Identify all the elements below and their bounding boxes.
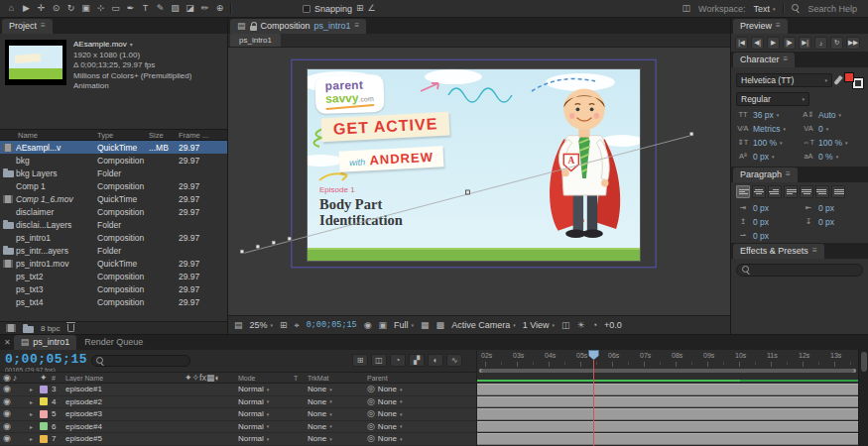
timeline-layer-row[interactable]: ▸4episode#2NormalNoneNone bbox=[0, 396, 476, 409]
exposure-value[interactable]: +0.0 bbox=[604, 320, 622, 330]
panel-menu-icon[interactable] bbox=[784, 56, 789, 63]
tab-paragraph[interactable]: Paragraph bbox=[733, 167, 798, 182]
layer-mode-select[interactable]: Normal bbox=[238, 422, 294, 431]
indent-left-value[interactable]: 0 px bbox=[753, 203, 769, 213]
camera-select[interactable]: Active Camera bbox=[451, 320, 516, 330]
frame-blend-button[interactable]: ▞ bbox=[409, 354, 425, 367]
justify-all-button[interactable] bbox=[831, 185, 845, 198]
tab-composition[interactable]: Composition ps_intro1 bbox=[230, 19, 366, 34]
column-parent[interactable]: Parent bbox=[367, 375, 476, 382]
column-trkmat[interactable]: TrkMat bbox=[308, 375, 367, 382]
layer-av-toggles[interactable] bbox=[0, 385, 30, 393]
panel-menu-icon[interactable] bbox=[41, 22, 46, 30]
puppet-pin-tool[interactable] bbox=[213, 4, 226, 13]
eyedropper-icon[interactable] bbox=[833, 75, 842, 85]
layer-mode-select[interactable]: Normal bbox=[238, 385, 294, 393]
panel-menu-icon[interactable] bbox=[786, 170, 791, 178]
pickwhip-icon[interactable] bbox=[367, 422, 375, 431]
motion-blur-button[interactable]: ◐ bbox=[428, 354, 443, 367]
layer-label-chip[interactable] bbox=[40, 410, 52, 418]
grid-guides-icon[interactable] bbox=[280, 321, 288, 330]
layer-parent-select[interactable]: None bbox=[367, 434, 476, 443]
workspace-select[interactable]: Text bbox=[753, 4, 775, 14]
resolution-select[interactable]: Full bbox=[394, 320, 414, 330]
tab-effects-presets[interactable]: Effects & Presets bbox=[733, 244, 824, 259]
help-search-input[interactable]: Search Help bbox=[807, 4, 857, 14]
column-size[interactable]: Size bbox=[149, 131, 179, 140]
layer-expand-arrow[interactable]: ▸ bbox=[30, 435, 40, 442]
layer-av-toggles[interactable] bbox=[0, 409, 30, 418]
pixel-aspect-icon[interactable] bbox=[561, 321, 570, 330]
timeline-track-area[interactable]: 02s03s04s05s06s07s08s09s10s11s12s13s bbox=[476, 350, 858, 446]
selection-tool[interactable] bbox=[20, 4, 33, 13]
ram-preview-button[interactable]: ▶▶ bbox=[846, 37, 860, 50]
magnification-select[interactable]: 25% bbox=[250, 320, 274, 330]
column-layer-name[interactable]: Layer Name bbox=[65, 375, 185, 382]
project-row[interactable]: disclaimerComposition29.97 bbox=[0, 205, 227, 218]
layer-trkmat-select[interactable]: None bbox=[308, 434, 367, 443]
timeline-search-input[interactable] bbox=[91, 355, 190, 367]
column-mode[interactable]: Mode bbox=[238, 375, 294, 382]
layer-label-chip[interactable] bbox=[40, 386, 52, 393]
snapping-checkbox[interactable] bbox=[303, 5, 310, 13]
shape-tool[interactable] bbox=[109, 4, 122, 13]
timeline-layer-row[interactable]: ▸5episode#3NormalNoneNone bbox=[0, 408, 476, 421]
justify-last-center-button[interactable] bbox=[800, 185, 813, 198]
panel-menu-icon[interactable] bbox=[355, 22, 360, 30]
layer-trkmat-select[interactable]: None bbox=[308, 422, 367, 431]
comp-mini-flowchart-button[interactable]: ⊞ bbox=[352, 354, 368, 367]
loop-button[interactable]: ↻ bbox=[830, 37, 843, 50]
layer-av-toggles[interactable] bbox=[0, 434, 30, 443]
hand-tool[interactable] bbox=[35, 4, 48, 13]
graph-editor-button[interactable]: ∿ bbox=[446, 354, 462, 367]
tab-character[interactable]: Character bbox=[733, 53, 795, 67]
font-family-select[interactable]: Helvetica (TT) bbox=[736, 73, 832, 87]
layer-trkmat-select[interactable]: None bbox=[308, 409, 367, 418]
last-frame-button[interactable]: ▶| bbox=[799, 37, 811, 50]
column-name[interactable]: Name bbox=[18, 131, 97, 140]
align-left-button[interactable] bbox=[736, 185, 750, 198]
layer-trkmat-select[interactable]: None bbox=[308, 397, 367, 406]
layer-expand-arrow[interactable]: ▸ bbox=[30, 386, 40, 392]
new-folder-icon[interactable] bbox=[23, 326, 34, 333]
layer-trkmat-select[interactable]: None bbox=[308, 385, 367, 393]
play-button[interactable]: ▶ bbox=[767, 37, 780, 50]
zoom-tool[interactable] bbox=[50, 4, 62, 13]
home-button[interactable] bbox=[5, 4, 18, 13]
roto-brush-tool[interactable] bbox=[198, 4, 211, 13]
tab-render-queue[interactable]: Render Queue bbox=[77, 335, 150, 350]
layer-mode-select[interactable]: Normal bbox=[238, 434, 294, 443]
work-area-bar[interactable] bbox=[479, 369, 856, 373]
layer-mode-select[interactable]: Normal bbox=[238, 397, 294, 406]
justify-last-left-button[interactable] bbox=[784, 185, 798, 198]
project-row[interactable]: ps_txt3Composition29.97 bbox=[0, 282, 227, 295]
project-row[interactable]: ps_intr...ayersFolder bbox=[0, 244, 227, 257]
project-row[interactable]: AEsampl...vQuickTime...MB29.97 bbox=[0, 141, 227, 154]
baseline-shift-value[interactable]: 0 px bbox=[753, 152, 775, 162]
project-row[interactable]: ps_txt4Composition29.97 bbox=[0, 295, 227, 308]
layer-expand-arrow[interactable]: ▸ bbox=[30, 423, 40, 430]
eye-icon[interactable] bbox=[3, 385, 11, 393]
layer-duration-bar[interactable] bbox=[477, 396, 858, 409]
layer-expand-arrow[interactable]: ▸ bbox=[30, 398, 40, 405]
layer-duration-bar[interactable] bbox=[477, 433, 858, 446]
pickwhip-icon[interactable] bbox=[367, 397, 375, 406]
layer-duration-bar[interactable] bbox=[477, 384, 858, 396]
align-center-button[interactable] bbox=[752, 185, 766, 198]
layer-expand-arrow[interactable]: ▸ bbox=[30, 410, 40, 417]
footage-name[interactable]: AEsample.mov bbox=[73, 40, 191, 51]
tsume-value[interactable]: 0 % bbox=[818, 152, 838, 162]
viewer-menu-icon[interactable] bbox=[234, 321, 243, 330]
camera-tool[interactable] bbox=[79, 4, 92, 13]
pickwhip-icon[interactable] bbox=[367, 409, 375, 418]
layer-parent-select[interactable]: None bbox=[367, 409, 476, 418]
tab-project[interactable]: Project bbox=[2, 19, 53, 34]
leading-value[interactable]: Auto bbox=[818, 110, 841, 120]
timeline-layer-row[interactable]: ▸6episode#4NormalNoneNone bbox=[0, 421, 476, 434]
project-row[interactable]: Comp 1_6.movQuickTime29.97 bbox=[0, 192, 227, 205]
transparency-grid-icon[interactable] bbox=[436, 321, 445, 330]
interpret-footage-icon[interactable] bbox=[6, 324, 16, 332]
align-right-button[interactable] bbox=[768, 185, 782, 198]
next-frame-button[interactable]: |▶ bbox=[783, 37, 796, 50]
horizontal-scale-value[interactable]: 100 % bbox=[818, 138, 848, 148]
